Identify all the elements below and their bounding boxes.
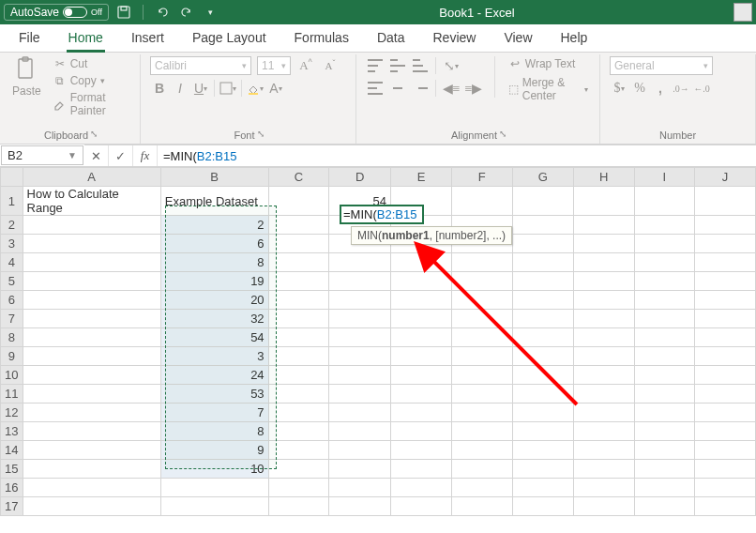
insert-function-button[interactable]: fx xyxy=(133,145,158,166)
cell[interactable] xyxy=(268,328,329,347)
cell[interactable] xyxy=(268,404,329,422)
tab-file[interactable]: File xyxy=(11,24,48,52)
cell[interactable] xyxy=(451,291,512,310)
cell[interactable] xyxy=(329,422,391,441)
cell[interactable] xyxy=(634,272,695,291)
cell[interactable] xyxy=(268,385,329,404)
cell[interactable] xyxy=(573,460,634,479)
underline-button[interactable]: U▾ xyxy=(191,79,210,98)
merge-center-button[interactable]: ⬚ Merge & Center ▾ xyxy=(507,75,590,103)
cell[interactable]: 53 xyxy=(160,385,268,404)
redo-icon[interactable] xyxy=(177,3,196,22)
tab-review[interactable]: Review xyxy=(426,24,484,52)
cell[interactable] xyxy=(160,479,268,497)
cell[interactable] xyxy=(329,272,391,291)
cell[interactable] xyxy=(451,187,512,216)
cell[interactable] xyxy=(391,253,452,272)
cell[interactable] xyxy=(695,422,756,441)
align-left-button[interactable] xyxy=(366,79,385,98)
row-header[interactable]: 14 xyxy=(1,441,23,460)
cell[interactable] xyxy=(329,441,391,460)
cell[interactable] xyxy=(268,187,329,216)
cell[interactable] xyxy=(23,347,160,366)
cell[interactable] xyxy=(329,460,391,479)
cell[interactable]: 10 xyxy=(160,460,268,479)
cell[interactable] xyxy=(391,460,452,479)
row-header[interactable]: 12 xyxy=(1,404,23,422)
cell[interactable] xyxy=(573,497,634,516)
cell[interactable] xyxy=(23,328,160,347)
cell[interactable] xyxy=(634,479,695,497)
cell[interactable] xyxy=(634,347,695,366)
increase-font-button[interactable]: A^ xyxy=(296,56,315,75)
cell[interactable] xyxy=(573,479,634,497)
cell[interactable] xyxy=(695,253,756,272)
col-header[interactable]: I xyxy=(634,168,695,187)
cell[interactable] xyxy=(634,253,695,272)
cell[interactable] xyxy=(391,310,452,328)
cell[interactable] xyxy=(329,310,391,328)
number-format-dropdown[interactable]: General▾ xyxy=(610,56,713,75)
cell[interactable] xyxy=(634,404,695,422)
cell[interactable] xyxy=(23,497,160,516)
cell[interactable] xyxy=(573,347,634,366)
cell[interactable] xyxy=(695,404,756,422)
chevron-down-icon[interactable]: ▼ xyxy=(68,150,77,160)
bold-button[interactable]: B xyxy=(150,79,169,98)
tab-home[interactable]: Home xyxy=(61,24,111,52)
comma-format-button[interactable]: , xyxy=(651,79,670,98)
cell[interactable] xyxy=(329,404,391,422)
cell[interactable] xyxy=(512,385,573,404)
cell[interactable] xyxy=(268,253,329,272)
decrease-indent-button[interactable]: ◀≡ xyxy=(442,79,461,98)
decrease-font-button[interactable]: Aˇ xyxy=(321,56,340,75)
cell[interactable] xyxy=(512,366,573,385)
wrap-text-button[interactable]: ↩ Wrap Text xyxy=(507,56,590,71)
increase-decimal-button[interactable]: .0→ xyxy=(672,79,690,98)
increase-indent-button[interactable]: ≡▶ xyxy=(464,79,483,98)
cell[interactable] xyxy=(573,441,634,460)
cell[interactable] xyxy=(695,366,756,385)
cell[interactable]: 2 xyxy=(160,216,268,235)
col-header[interactable]: D xyxy=(329,168,391,187)
autosave-toggle[interactable]: AutoSave Off xyxy=(4,4,109,21)
select-all-corner[interactable] xyxy=(1,168,23,187)
cell[interactable] xyxy=(512,497,573,516)
cell[interactable] xyxy=(23,366,160,385)
tab-help[interactable]: Help xyxy=(553,24,596,52)
cell[interactable] xyxy=(268,291,329,310)
cell[interactable] xyxy=(23,479,160,497)
cell[interactable]: 8 xyxy=(160,422,268,441)
confirm-formula-button[interactable]: ✓ xyxy=(109,145,133,166)
row-header[interactable]: 15 xyxy=(1,460,23,479)
cell[interactable] xyxy=(391,422,452,441)
cell[interactable] xyxy=(695,272,756,291)
cell[interactable] xyxy=(695,347,756,366)
cell[interactable] xyxy=(23,272,160,291)
cell[interactable] xyxy=(451,422,512,441)
cell[interactable] xyxy=(23,422,160,441)
cell[interactable] xyxy=(512,404,573,422)
cut-button[interactable]: ✂ Cut xyxy=(52,56,130,71)
cell[interactable] xyxy=(573,328,634,347)
cell[interactable] xyxy=(573,291,634,310)
tab-formulas[interactable]: Formulas xyxy=(287,24,356,52)
cell[interactable] xyxy=(573,216,634,235)
cell[interactable]: 20 xyxy=(160,291,268,310)
cell[interactable] xyxy=(695,291,756,310)
cell[interactable]: 6 xyxy=(160,235,268,253)
cell[interactable] xyxy=(391,385,452,404)
cell[interactable] xyxy=(451,441,512,460)
cell[interactable] xyxy=(329,366,391,385)
cell[interactable] xyxy=(329,253,391,272)
cell[interactable] xyxy=(634,422,695,441)
cell[interactable] xyxy=(268,460,329,479)
italic-button[interactable]: I xyxy=(171,79,189,98)
cell[interactable] xyxy=(391,497,452,516)
cell[interactable] xyxy=(634,441,695,460)
tab-insert[interactable]: Insert xyxy=(124,24,172,52)
cell[interactable] xyxy=(573,253,634,272)
cell[interactable] xyxy=(512,422,573,441)
col-header[interactable]: F xyxy=(451,168,512,187)
cell[interactable] xyxy=(451,497,512,516)
